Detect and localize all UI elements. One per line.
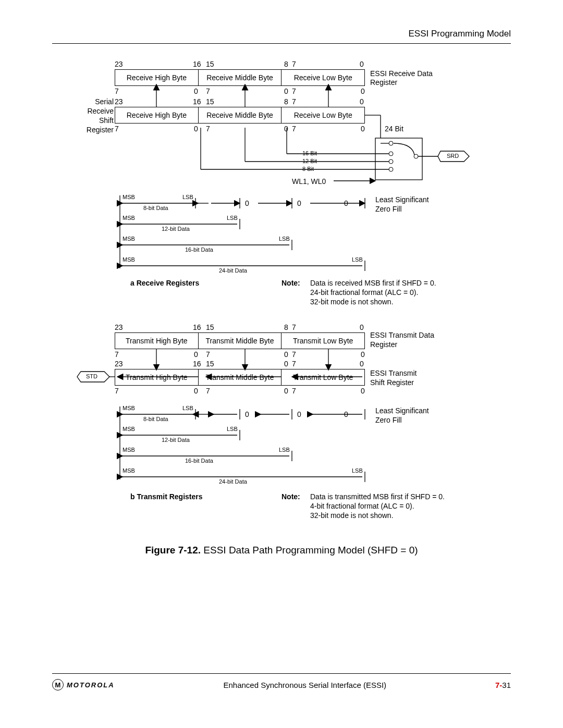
bit-label: 7 — [292, 360, 296, 368]
shift-label: Shift — [89, 116, 114, 125]
shift-label: Serial — [89, 97, 114, 106]
lszf-label2: Zero Fill — [375, 416, 402, 424]
rx-shift-register: Receive High Byte Receive Middle Byte Re… — [115, 107, 365, 124]
tx-shift-register: Transmit High Byte Transmit Middle Byte … — [115, 369, 365, 386]
msb-label: MSB — [123, 256, 135, 263]
zero-label: 0 — [245, 199, 249, 207]
rx-shift-high: Receive High Byte — [115, 107, 199, 123]
bit-label: 16 — [193, 60, 201, 68]
bits16-label: 16 Bit — [302, 150, 317, 156]
tx-high-byte: Transmit High Byte — [115, 333, 199, 349]
tx-shift-low: Transmit Low Byte — [282, 369, 364, 385]
tx-shift-high: Transmit High Byte — [115, 369, 199, 385]
note-b-line1: Data is transmitted MSB first if SHFD = … — [310, 492, 445, 501]
bit-label: 7 — [206, 87, 210, 95]
bit-label: 7 — [115, 387, 119, 395]
rx-data-register: Receive High Byte Receive Middle Byte Re… — [115, 69, 365, 86]
bit-label: 0 — [284, 387, 288, 395]
bit-label: 15 — [206, 360, 214, 368]
bit-label: 0 — [361, 387, 365, 395]
bit-label: 0 — [360, 360, 364, 368]
motorola-logo-icon: M — [52, 679, 64, 690]
bit-label: 16 — [193, 97, 201, 106]
note-b-line3: 32-bit mode is not shown. — [310, 511, 394, 520]
lsb-label: LSB — [182, 194, 193, 200]
lsb-label: LSB — [182, 405, 193, 411]
note-label-b: Note: — [282, 492, 300, 501]
lszf-label: Least Significant — [375, 406, 429, 415]
msb-label: MSB — [123, 194, 135, 200]
rx-shift-low: Receive Low Byte — [282, 107, 364, 123]
shift-label: Receive — [81, 107, 114, 115]
lszf-label: Least Significant — [375, 195, 429, 204]
tx-shift-mid: Transmit Middle Byte — [199, 369, 282, 385]
bit-label: 8 — [284, 323, 288, 331]
lsb-label: LSB — [279, 236, 290, 242]
footer-rule — [52, 673, 511, 674]
bit-label: 7 — [206, 387, 210, 395]
svg-point-8 — [389, 159, 393, 164]
zero-label: 0 — [245, 410, 249, 418]
rx-data-reg-label2: Register — [370, 78, 397, 87]
lsb-label: LSB — [352, 467, 363, 474]
lsb-label: LSB — [279, 447, 290, 453]
std-label: STD — [86, 373, 97, 379]
bit-label: 0 — [284, 360, 288, 368]
tx-data-register: Transmit High Byte Transmit Middle Byte … — [115, 332, 365, 349]
svg-point-7 — [389, 152, 393, 156]
bit-label: 0 — [361, 125, 365, 133]
note-a-line3: 32-bit mode is not shown. — [310, 298, 394, 306]
tx-low-byte: Transmit Low Byte — [282, 333, 364, 349]
section-b-label: b Transmit Registers — [130, 492, 203, 501]
bit-label: 0 — [284, 87, 288, 95]
bit-label: 0 — [360, 323, 364, 331]
bit-label: 0 — [360, 60, 364, 68]
rx-shift-mid: Receive Middle Byte — [199, 107, 282, 123]
shift-label: Register — [81, 126, 114, 134]
msb-label: MSB — [123, 215, 135, 221]
tx-shift-reg-label2: Shift Register — [370, 378, 414, 387]
bit-label: 23 — [115, 60, 123, 68]
header-rule — [52, 43, 511, 44]
zero-label: 0 — [297, 410, 301, 418]
bit-label: 15 — [206, 60, 214, 68]
zero-label: 0 — [344, 199, 348, 207]
msb-label: MSB — [123, 405, 135, 411]
msb-label: MSB — [123, 426, 135, 432]
bit-label: 0 — [284, 125, 288, 133]
rx-high-byte: Receive High Byte — [115, 70, 199, 85]
section-a-label: a Receive Registers — [130, 279, 199, 287]
bits24-label: 24 Bit — [385, 125, 403, 133]
page-number: 7-31 — [495, 681, 511, 689]
bit-label: 7 — [292, 387, 296, 395]
lszf-label2: Zero Fill — [375, 205, 402, 213]
bit-label: 16 — [193, 360, 201, 368]
bit-label: 16 — [193, 323, 201, 331]
bit-label: 0 — [361, 87, 365, 95]
bit-label: 0 — [194, 387, 198, 395]
bit-label: 0 — [360, 97, 364, 106]
bit-label: 7 — [292, 87, 296, 95]
figure-caption: Figure 7-12. ESSI Data Path Programming … — [52, 545, 511, 556]
d16-label: 16-bit Data — [185, 458, 213, 464]
rx-low-byte: Receive Low Byte — [282, 70, 364, 85]
bit-label: 7 — [292, 323, 296, 331]
footer: M MOTOROLA Enhanced Synchronous Serial I… — [52, 679, 511, 690]
d8-label: 8-bit Data — [143, 416, 168, 422]
d12-label: 12-bit Data — [162, 226, 190, 232]
d24-label: 24-bit Data — [219, 478, 247, 485]
d24-label: 24-bit Data — [219, 267, 247, 274]
msb-label: MSB — [123, 447, 135, 453]
caption-bold: Figure 7-12. — [145, 545, 201, 556]
rx-mid-byte: Receive Middle Byte — [199, 70, 282, 85]
msb-label: MSB — [123, 236, 135, 242]
bit-label: 7 — [292, 125, 296, 133]
bit-label: 7 — [292, 97, 296, 106]
bit-label: 0 — [361, 350, 365, 359]
svg-point-9 — [389, 167, 393, 171]
bit-label: 7 — [292, 350, 296, 359]
bit-label: 7 — [206, 350, 210, 359]
bit-label: 0 — [194, 87, 198, 95]
bit-label: 23 — [115, 360, 123, 368]
bit-label: 0 — [194, 350, 198, 359]
